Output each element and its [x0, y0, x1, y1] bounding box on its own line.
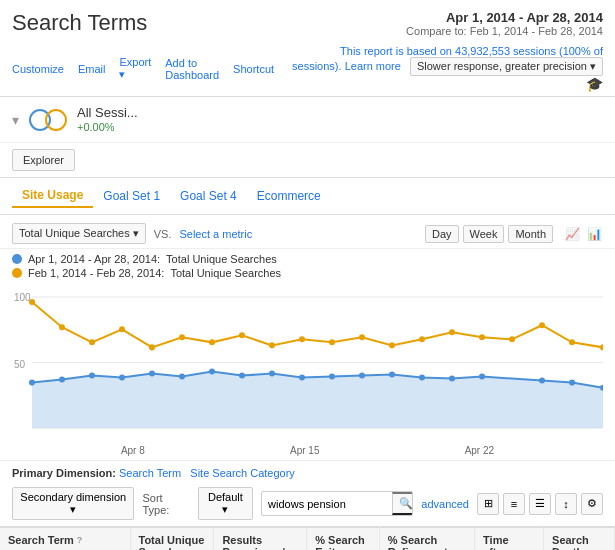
search-input[interactable]: [262, 495, 392, 513]
legend-date-orange: Feb 1, 2014 - Feb 28, 2014:: [28, 267, 164, 279]
segment-info: All Sessi... +0.00%: [77, 105, 138, 134]
metric-selector-button[interactable]: Total Unique Searches ▾: [12, 223, 146, 244]
view-grid-button[interactable]: ⊞: [477, 493, 499, 515]
date-range-block: Apr 1, 2014 - Apr 28, 2014 Compare to: F…: [406, 10, 603, 37]
svg-point-37: [389, 342, 395, 348]
svg-point-29: [149, 344, 155, 350]
data-table: Search Term ? Total Unique Searches ? ▼ …: [0, 527, 615, 550]
svg-point-40: [479, 334, 485, 340]
x-label-apr15: Apr 15: [290, 445, 319, 456]
date-range-compare: Compare to: Feb 1, 2014 - Feb 28, 2014: [406, 25, 603, 37]
th-time-after: Time after Search ?: [475, 528, 544, 551]
select-metric-link[interactable]: Select a metric: [179, 228, 252, 240]
th-results-pv: Results Pageviews / Search ?: [214, 528, 307, 551]
svg-point-21: [479, 374, 485, 380]
svg-point-11: [179, 374, 185, 380]
line-chart-icon[interactable]: 📈: [563, 225, 581, 243]
view-list-button[interactable]: ≡: [503, 493, 525, 515]
view-settings-button[interactable]: ⚙: [581, 493, 603, 515]
svg-point-28: [119, 326, 125, 332]
chart-svg: 100 50: [12, 287, 603, 443]
svg-point-32: [239, 332, 245, 338]
th-pct-refinements: % Search Refinements ?: [379, 528, 474, 551]
sort-default-button[interactable]: Default ▾: [198, 487, 253, 520]
advanced-link[interactable]: advanced: [421, 498, 469, 510]
explorer-tab-button[interactable]: Explorer: [12, 149, 75, 171]
svg-point-22: [539, 378, 545, 384]
email-button[interactable]: Email: [78, 63, 106, 75]
tab-goal-set-4[interactable]: Goal Set 4: [170, 185, 247, 207]
svg-point-16: [329, 374, 335, 380]
svg-point-34: [299, 336, 305, 342]
add-to-dashboard-button[interactable]: Add to Dashboard: [165, 57, 219, 81]
svg-point-43: [569, 339, 575, 345]
chart-type-icons: 📈 📊: [563, 225, 603, 243]
svg-point-20: [449, 376, 455, 382]
segment-chevron-icon[interactable]: ▾: [12, 112, 19, 128]
th-search-term: Search Term ?: [0, 528, 130, 551]
circle-orange-icon: [45, 109, 67, 131]
svg-point-14: [269, 371, 275, 377]
date-range-main: Apr 1, 2014 - Apr 28, 2014: [406, 10, 603, 25]
legend-item-blue: Apr 1, 2014 - Apr 28, 2014: Total Unique…: [12, 253, 603, 265]
legend-metric-blue: Total Unique Searches: [166, 253, 277, 265]
svg-text:100: 100: [14, 292, 31, 303]
learn-more-link[interactable]: Learn more: [345, 60, 401, 72]
view-detail-button[interactable]: ☰: [529, 493, 551, 515]
bar-chart-icon[interactable]: 📊: [585, 225, 603, 243]
tab-ecommerce[interactable]: Ecommerce: [247, 185, 331, 207]
results-table: Search Term ? Total Unique Searches ? ▼ …: [0, 527, 615, 550]
svg-point-13: [239, 373, 245, 379]
svg-point-10: [149, 371, 155, 377]
svg-point-38: [419, 336, 425, 342]
view-sort-button[interactable]: ↕: [555, 493, 577, 515]
svg-point-12: [209, 369, 215, 375]
time-controls: Day Week Month 📈 📊: [425, 225, 603, 243]
day-button[interactable]: Day: [425, 225, 459, 243]
month-button[interactable]: Month: [508, 225, 553, 243]
secondary-dimension-button[interactable]: Secondary dimension ▾: [12, 487, 134, 520]
search-box: 🔍: [261, 491, 413, 516]
svg-point-39: [449, 329, 455, 335]
week-button[interactable]: Week: [463, 225, 505, 243]
sub-tabs: Site Usage Goal Set 1 Goal Set 4 Ecommer…: [0, 178, 615, 215]
legend-metric-orange: Total Unique Searches: [170, 267, 281, 279]
tab-goal-set-1[interactable]: Goal Set 1: [93, 185, 170, 207]
explorer-tab-row: Explorer: [0, 143, 615, 178]
svg-marker-5: [32, 372, 603, 428]
search-term-link[interactable]: Search Term: [119, 467, 181, 479]
svg-point-41: [509, 336, 515, 342]
vs-label: VS.: [154, 228, 172, 240]
legend-dot-blue: [12, 254, 22, 264]
svg-point-18: [389, 372, 395, 378]
precision-button[interactable]: Slower response, greater precision ▾: [410, 57, 603, 76]
filter-row: Secondary dimension ▾ Sort Type: Default…: [0, 483, 615, 527]
svg-point-19: [419, 375, 425, 381]
legend-dot-orange: [12, 268, 22, 278]
legend: Apr 1, 2014 - Apr 28, 2014: Total Unique…: [0, 249, 615, 283]
search-button[interactable]: 🔍: [392, 492, 413, 515]
svg-point-7: [59, 377, 65, 383]
legend-item-orange: Feb 1, 2014 - Feb 28, 2014: Total Unique…: [12, 267, 603, 279]
segment-label: All Sessi...: [77, 105, 138, 120]
segment-row: ▾ All Sessi... +0.00%: [0, 97, 615, 143]
x-label-apr8: Apr 8: [121, 445, 145, 456]
header: Search Terms Apr 1, 2014 - Apr 28, 2014 …: [0, 0, 615, 41]
svg-point-31: [209, 339, 215, 345]
shortcut-button[interactable]: Shortcut: [233, 63, 274, 75]
svg-point-44: [600, 344, 603, 350]
customize-button[interactable]: Customize: [12, 63, 64, 75]
metric-row: Total Unique Searches ▾ VS. Select a met…: [0, 215, 615, 249]
search-term-info-icon[interactable]: ?: [77, 535, 83, 545]
chart-area: 100 50: [0, 283, 615, 443]
page-title: Search Terms: [12, 10, 147, 36]
svg-point-23: [569, 380, 575, 386]
segment-icon: [29, 109, 67, 131]
site-search-category-link[interactable]: Site Search Category: [190, 467, 295, 479]
ga-icon: 🎓: [586, 76, 603, 92]
svg-point-17: [359, 373, 365, 379]
svg-point-42: [539, 322, 545, 328]
svg-point-25: [29, 299, 35, 305]
export-button[interactable]: Export ▾: [119, 56, 151, 81]
tab-site-usage[interactable]: Site Usage: [12, 184, 93, 208]
